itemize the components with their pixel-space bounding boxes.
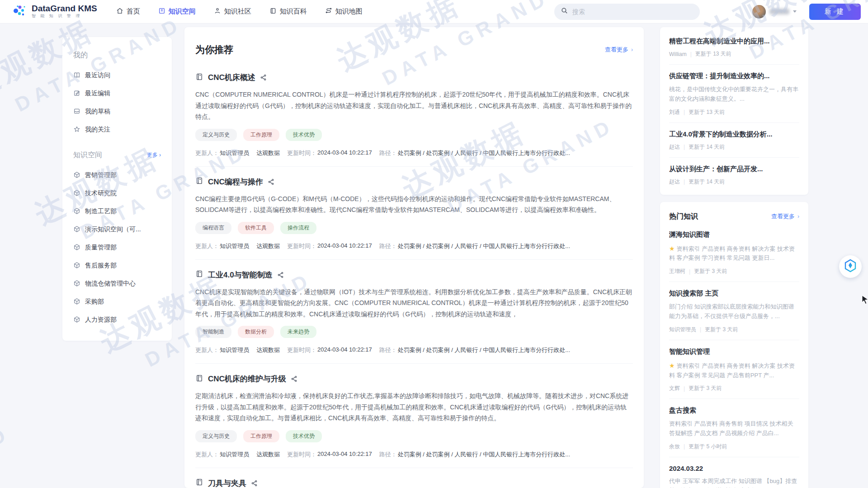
view-more-label: 查看更多	[771, 213, 795, 220]
news-author: 刘通	[669, 108, 680, 116]
meta-updater: 知识管理员	[220, 346, 249, 354]
article-tag[interactable]: 操作流程	[280, 222, 316, 234]
hot-item[interactable]: 渊海知识图谱 ★资料索引 产品资料 商务资料 解决方案 技术资料 客户案例 学习…	[669, 223, 799, 282]
username-blurred	[769, 9, 789, 14]
new-button[interactable]: 新 建	[809, 4, 861, 20]
article-tag[interactable]: 数据分析	[238, 326, 274, 338]
news-title[interactable]: 供应链管理：提升制造业效率的...	[669, 72, 799, 80]
assistant-hexagon-icon	[844, 259, 857, 274]
article-title[interactable]: 刀具与夹具	[208, 478, 246, 488]
news-title[interactable]: 工业4.0背景下的制造业数据分析...	[669, 130, 799, 139]
news-title[interactable]: 精密工程在高端制造业中的应用...	[669, 37, 799, 46]
sidebar-space-item[interactable]: 售后服务部	[73, 257, 161, 275]
article-tag[interactable]: 编程语言	[195, 222, 231, 234]
share-icon[interactable]	[268, 178, 274, 185]
nav-knowledge-map[interactable]: 知识地图	[325, 7, 363, 16]
nav-knowledge-wiki[interactable]: 知识百科	[269, 7, 307, 16]
meta-org: 达观数据	[256, 346, 280, 354]
article-tag[interactable]: 软件工具	[238, 222, 274, 234]
sidebar-item-recent-edits[interactable]: 最近编辑	[73, 84, 161, 103]
mouse-cursor	[862, 295, 868, 306]
article-title[interactable]: CNC编程与操作	[208, 177, 263, 187]
hot-item[interactable]: 盘古搜索 资料索引 产品资料 商务售前 项目情况 技术相关 答疑解惑 产品文档 …	[669, 399, 799, 457]
home-icon	[116, 7, 123, 16]
news-title[interactable]: 从设计到生产：创新产品开发...	[669, 165, 799, 174]
nav-knowledge-space[interactable]: 知识空间	[158, 7, 196, 16]
spaces-more-link[interactable]: 更多 ›	[147, 151, 161, 159]
article-tag[interactable]: 定义与历史	[195, 129, 237, 141]
article-title[interactable]: CNC机床概述	[208, 72, 255, 83]
knowledge-space-icon	[158, 7, 165, 16]
hot-item[interactable]: 智能知识管理 ★资料索引 产品资料 商务资料 解决方案 技术资料 客户案例 常见…	[669, 340, 799, 399]
meta-path[interactable]: 处罚案例 / 处罚案例 / 人民银行 / 中国人民银行上海市分行行政处...	[398, 242, 570, 250]
draft-inbox-icon	[73, 108, 80, 116]
cube-icon	[73, 171, 80, 180]
sidebar-space-item[interactable]: 人力资源部	[73, 311, 161, 329]
cube-icon	[73, 244, 80, 252]
nav-knowledge-community[interactable]: 知识社区	[214, 7, 251, 16]
article-tag[interactable]: 技术优势	[286, 430, 322, 442]
hot-item-title[interactable]: 2024.03.22	[669, 465, 799, 472]
article-tag[interactable]: 定义与历史	[195, 430, 237, 442]
news-desc: 桃花，是中国传统文化中的重要花卉之一，具有丰富的文化内涵和象征意义。...	[669, 85, 799, 104]
article-title[interactable]: 工业4.0与智能制造	[208, 270, 273, 280]
search-icon	[561, 7, 568, 16]
news-item[interactable]: 精密工程在高端制造业中的应用... William | 更新于 13 天前	[669, 30, 799, 65]
article-tag[interactable]: 未来趋势	[280, 326, 316, 338]
sidebar-space-item[interactable]: 演示知识空间（可...	[73, 221, 161, 239]
sidebar-section-spaces-title: 知识空间	[73, 150, 102, 160]
sidebar-item-my-drafts[interactable]: 我的草稿	[73, 103, 161, 121]
hot-item-desc: 部门介绍 知识搜索部以底层搜索能力和知识图谱能力为基础，不仅提供平台级产品服务，…	[669, 302, 799, 321]
hot-item-title[interactable]: 盘古搜索	[669, 406, 799, 415]
news-item[interactable]: 工业4.0背景下的制造业数据分析... 赵达 | 更新于 14 天前	[669, 123, 799, 158]
hot-item-author: 知识管理员	[669, 326, 696, 333]
share-icon[interactable]	[291, 375, 297, 382]
avatar[interactable]	[752, 5, 766, 19]
hot-item[interactable]: 2024.03.22 代申 王军军 本周完成工作 知识图谱 【bug】排查并解决…	[669, 457, 799, 488]
article-card: CNC编程与操作 CNC编程主要使用G代码（G-CODE）和M代码（M-CODE…	[195, 167, 633, 260]
main-nav: 首页 知识空间 知识社区 知识百科 知识地图	[116, 7, 363, 16]
sidebar-space-item[interactable]: 采购部	[73, 293, 161, 311]
divider: |	[684, 443, 685, 450]
meta-label: 更新人：	[195, 242, 219, 250]
cube-icon	[73, 316, 80, 324]
article-tag[interactable]: 工作原理	[243, 430, 279, 442]
article-tag[interactable]: 智能制造	[195, 326, 231, 338]
meta-path[interactable]: 处罚案例 / 处罚案例 / 人民银行 / 中国人民银行上海市分行行政处...	[398, 450, 570, 459]
meta-path[interactable]: 处罚案例 / 处罚案例 / 人民银行 / 中国人民银行上海市分行行政处...	[398, 346, 570, 354]
share-icon[interactable]	[277, 272, 284, 278]
sidebar-item-recent-visits[interactable]: 最近访问	[73, 66, 161, 84]
logo-subtitle: 智 能 知 识 管 理	[32, 13, 97, 19]
news-item[interactable]: 供应链管理：提升制造业效率的... 桃花，是中国传统文化中的重要花卉之一，具有丰…	[669, 65, 799, 123]
hot-item-title[interactable]: 智能知识管理	[669, 347, 799, 356]
sidebar-space-item[interactable]: 质量管理部	[73, 239, 161, 257]
page-title: 为你推荐	[195, 43, 233, 56]
view-more-link[interactable]: 查看更多›	[605, 46, 633, 54]
hot-item-title[interactable]: 渊海知识图谱	[669, 230, 799, 239]
news-item[interactable]: 从设计到生产：创新产品开发... 赵达 | 更新于 14 天前	[669, 158, 799, 192]
sidebar-space-item[interactable]: 技术研究院	[73, 184, 161, 202]
meta-org: 达观数据	[256, 242, 280, 250]
article-title[interactable]: CNC机床的维护与升级	[208, 374, 286, 384]
cube-icon	[73, 189, 80, 198]
app-logo[interactable]: DataGrand KMS 智 能 知 识 管 理	[12, 3, 97, 20]
hot-item-title[interactable]: 知识搜索部 主页	[669, 289, 799, 298]
share-icon[interactable]	[251, 480, 258, 487]
nav-label: 知识百科	[280, 7, 307, 16]
sidebar-space-item[interactable]: 物流仓储管理中心	[73, 275, 161, 293]
document-icon	[195, 73, 203, 83]
meta-path[interactable]: 处罚案例 / 处罚案例 / 人民银行 / 中国人民银行上海市分行行政处...	[398, 149, 570, 157]
article-tag[interactable]: 技术优势	[286, 129, 322, 141]
assistant-floating-button[interactable]	[839, 255, 862, 278]
sidebar-item-label: 营销管理部	[85, 171, 117, 179]
article-tag[interactable]: 工作原理	[243, 129, 279, 141]
hot-item[interactable]: 知识搜索部 主页 部门介绍 知识搜索部以底层搜索能力和知识图谱能力为基础，不仅提…	[669, 282, 799, 340]
hot-view-more-link[interactable]: 查看更多›	[771, 212, 799, 221]
search-input[interactable]	[572, 8, 693, 15]
sidebar-space-item[interactable]: 营销管理部	[73, 166, 161, 184]
nav-home[interactable]: 首页	[116, 7, 140, 16]
user-menu[interactable]	[752, 5, 797, 19]
sidebar-item-my-follows[interactable]: 我的关注	[73, 121, 161, 139]
sidebar-space-item[interactable]: 制造工艺部	[73, 202, 161, 221]
share-icon[interactable]	[260, 74, 267, 81]
